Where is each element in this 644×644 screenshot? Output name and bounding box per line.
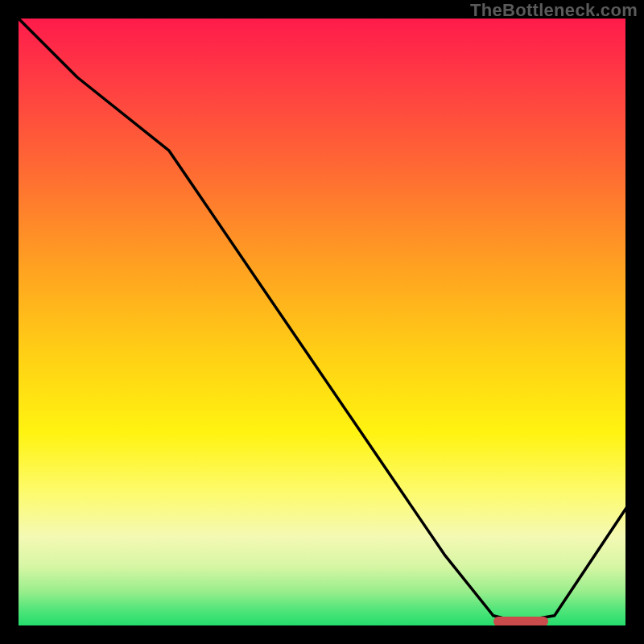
plot-area <box>16 16 628 628</box>
bottleneck-curve <box>16 16 628 628</box>
chart-container: TheBottleneck.com <box>0 0 644 644</box>
optimal-range-marker <box>493 617 548 626</box>
watermark-text: TheBottleneck.com <box>470 0 638 21</box>
